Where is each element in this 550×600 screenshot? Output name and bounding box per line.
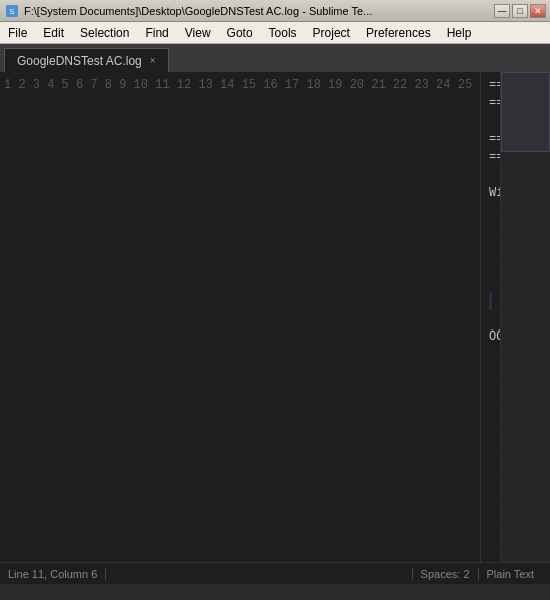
menu-item-edit[interactable]: Edit [35,22,72,43]
title-bar: S F:\[System Documents]\Desktop\GoogleDN… [0,0,550,22]
tab-close-button[interactable]: × [150,55,156,66]
minimize-button[interactable]: — [494,4,510,18]
code-content[interactable]: ========================================… [481,72,500,562]
close-button[interactable]: ✕ [530,4,546,18]
menu-item-project[interactable]: Project [305,22,358,43]
editor: 1 2 3 4 5 6 7 8 9 10 11 12 13 14 15 16 1… [0,72,550,562]
menu-item-selection[interactable]: Selection [72,22,137,43]
window-controls[interactable]: — □ ✕ [494,4,546,18]
menu-item-goto[interactable]: Goto [219,22,261,43]
status-bar: Line 11, Column 6 Spaces: 2 Plain Text [0,562,550,584]
cursor-position: Line 11, Column 6 [8,568,106,580]
status-right: Spaces: 2 Plain Text [412,568,542,580]
svg-text:S: S [9,7,14,16]
tab-googlednstest[interactable]: GoogleDNSTest AC.log × [4,48,169,72]
tab-bar: GoogleDNSTest AC.log × [0,44,550,72]
menu-item-help[interactable]: Help [439,22,480,43]
line-numbers: 1 2 3 4 5 6 7 8 9 10 11 12 13 14 15 16 1… [0,72,481,562]
maximize-button[interactable]: □ [512,4,528,18]
window-title: F:\[System Documents]\Desktop\GoogleDNST… [24,5,494,17]
indentation: Spaces: 2 [412,568,478,580]
minimap [500,72,550,562]
file-type: Plain Text [478,568,543,580]
menu-item-find[interactable]: Find [137,22,176,43]
menu-bar: FileEditSelectionFindViewGotoToolsProjec… [0,22,550,44]
status-left: Line 11, Column 6 [8,568,106,580]
tab-label: GoogleDNSTest AC.log [17,54,142,68]
minimap-viewport [501,72,550,152]
menu-item-preferences[interactable]: Preferences [358,22,439,43]
app-icon: S [4,3,20,19]
menu-item-view[interactable]: View [177,22,219,43]
menu-item-tools[interactable]: Tools [261,22,305,43]
menu-item-file[interactable]: File [0,22,35,43]
